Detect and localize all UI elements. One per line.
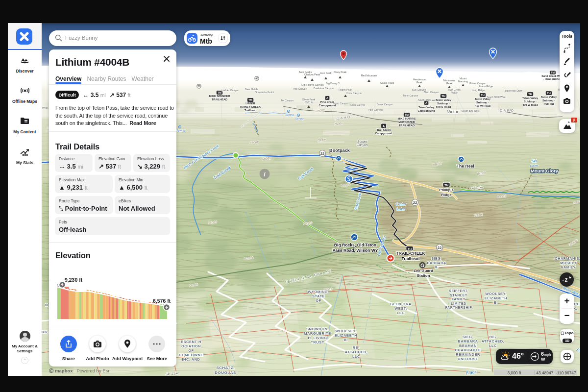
svg-text:Spring: Spring <box>295 117 304 120</box>
svg-text:LLC: LLC <box>352 354 360 359</box>
svg-text:SNOWDON,: SNOWDON, <box>306 327 329 331</box>
svg-text:7400ft: 7400ft <box>303 221 313 225</box>
svg-text:REMAINDER: REMAINDER <box>456 352 480 357</box>
svg-text:WYOMING,: WYOMING, <box>308 290 329 294</box>
svg-text:Lee Guard: Lee Guard <box>414 269 433 273</box>
svg-text:Red Mountain: Red Mountain <box>361 74 377 77</box>
svg-text:TH: TH <box>481 94 484 97</box>
svg-text:LLC: LLC <box>489 343 497 348</box>
svg-text:C: C <box>57 283 60 288</box>
svg-text:BARBARA: BARBARA <box>427 261 446 265</box>
svg-text:WOOLSEY,: WOOLSEY, <box>335 329 357 333</box>
svg-text:Spring: Spring <box>285 113 294 116</box>
svg-text:26: 26 <box>197 85 200 88</box>
svg-text:Subloop -: Subloop - <box>524 100 537 103</box>
svg-text:DOUGLAS: DOUGLAS <box>215 370 236 375</box>
svg-text:A: A <box>326 97 328 99</box>
svg-text:H. LIVING: H. LIVING <box>308 336 327 340</box>
svg-text:Campground: Campground <box>418 109 435 112</box>
svg-text:SEIFFERT,: SEIFFERT, <box>449 289 468 293</box>
svg-text:410 W Road: 410 W Road <box>475 104 490 107</box>
svg-text:TM: TM <box>405 113 409 116</box>
svg-text:UPPER: UPPER <box>245 102 255 105</box>
svg-text:Pass Road, Wilson WY: Pass Road, Wilson WY <box>332 248 378 253</box>
svg-text:BEAMAN: BEAMAN <box>459 343 477 348</box>
svg-text:Big Burny Cr: Big Burny Cr <box>326 82 341 85</box>
svg-text:Ski: Ski <box>532 159 537 163</box>
svg-text:22: 22 <box>320 151 325 156</box>
svg-text:Subloop -: Subloop - <box>437 102 450 105</box>
svg-text:N: N <box>45 303 48 307</box>
svg-text:South 500 West: South 500 West <box>462 109 480 112</box>
svg-text:Victor: Victor <box>447 109 459 114</box>
svg-text:Trailhead: Trailhead <box>402 256 420 261</box>
svg-text:STANLEY: STANLEY <box>450 294 467 297</box>
svg-text:TRUST: TRUST <box>311 340 324 344</box>
svg-text:PARTNERSHIP: PARTNERSHIP <box>445 306 472 309</box>
svg-text:Lake: Lake <box>530 163 538 168</box>
svg-text:Butternick Draw: Butternick Draw <box>505 89 523 92</box>
svg-text:Idaho Ridge: Idaho Ridge <box>479 85 493 88</box>
svg-text:Snowslide Gulch: Snowslide Gulch <box>255 91 274 94</box>
svg-text:Long Ridge: Long Ridge <box>472 89 485 92</box>
svg-text:Little Burns Canyon: Little Burns Canyon <box>301 83 323 86</box>
svg-text:Pole Canyon: Pole Canyon <box>368 108 383 111</box>
svg-text:Station: Station <box>416 273 430 278</box>
svg-text:46: 46 <box>255 77 258 80</box>
svg-text:RK,: RK, <box>42 330 49 334</box>
svg-text:FAMILY: FAMILY <box>452 297 466 301</box>
svg-text:Ladder Canyon: Ladder Canyon <box>221 89 239 92</box>
svg-text:Coalmine Canyon: Coalmine Canyon <box>313 87 333 90</box>
svg-text:WEST,: WEST, <box>394 306 407 311</box>
svg-text:Teton valley: Teton valley <box>436 98 452 101</box>
svg-text:Ridge: Ridge <box>451 91 458 94</box>
svg-text:Castle Rock: Castle Rock <box>380 81 394 84</box>
svg-text:TM: TM <box>248 98 252 101</box>
svg-text:Teton Valley: Teton Valley <box>522 97 539 99</box>
svg-text:8581 ft: 8581 ft <box>305 101 313 104</box>
svg-text:Crater: Crater <box>395 202 407 206</box>
svg-text:Mine Canyon: Mine Canyon <box>403 94 418 97</box>
svg-text:STATE: STATE <box>312 294 325 298</box>
svg-text:Tie Canyon: Tie Canyon <box>281 99 294 102</box>
svg-text:Allen Canyon: Allen Canyon <box>350 103 366 106</box>
svg-text:Pull-out: Pull-out <box>544 102 554 105</box>
svg-text:Trailhead: Trailhead <box>245 109 257 112</box>
svg-text:Campground: Campground <box>319 104 336 107</box>
svg-text:Rocky Peak: Rocky Peak <box>339 88 352 91</box>
svg-text:Peak: Peak <box>446 82 452 85</box>
svg-text:z: z <box>563 275 568 283</box>
svg-text:Mount Glory: Mount Glory <box>531 168 559 173</box>
svg-text:RE-: RE- <box>490 335 496 339</box>
svg-text:IDAHO: IDAHO <box>498 109 515 112</box>
svg-text:Teton Valley: Teton Valley <box>418 106 435 109</box>
svg-text:ELIZABETH: ELIZABETH <box>335 333 358 338</box>
svg-text:Canyon: Canyon <box>357 143 368 147</box>
svg-text:BARBARA: BARBARA <box>458 339 478 343</box>
svg-text:ATTACHED,: ATTACHED, <box>345 350 368 354</box>
svg-text:MIKE SPENCER: MIKE SPENCER <box>209 95 230 98</box>
svg-text:Big Rocks, Old Teton: Big Rocks, Old Teton <box>334 243 376 247</box>
svg-text:WOOLSEY,: WOOLSEY, <box>485 292 507 296</box>
svg-text:TH: TH <box>444 184 448 187</box>
svg-text:TH: TH <box>547 92 550 95</box>
svg-text:MOTORIZED: MOTORIZED <box>398 121 415 123</box>
svg-text:ATTACHED,: ATTACHED, <box>482 339 505 343</box>
svg-text:INC. AND: INC. AND <box>182 357 200 362</box>
svg-text:MARGUERITE: MARGUERITE <box>304 331 331 336</box>
svg-text:A: A <box>425 101 427 104</box>
svg-text:Piney Peak: Piney Peak <box>334 71 347 74</box>
svg-text:Blind Canyon: Blind Canyon <box>424 91 439 94</box>
svg-text:HOMEOWNE: HOMEOWNE <box>179 353 203 357</box>
svg-text:A: A <box>383 124 385 128</box>
svg-text:RAINEY CREEK: RAINEY CREEK <box>240 105 261 108</box>
svg-text:TRAIL-CREEK: TRAIL-CREEK <box>396 251 425 256</box>
svg-text:Lion Peak: Lion Peak <box>320 72 331 74</box>
svg-text:B.: B. <box>494 300 498 305</box>
svg-text:LLC: LLC <box>397 311 405 315</box>
svg-text:TRAILHEAD: TRAILHEAD <box>399 124 415 127</box>
svg-text:TH: TH <box>408 247 412 250</box>
svg-text:Manning: Manning <box>458 80 468 83</box>
svg-text:Teton Valley: Teton Valley <box>475 98 491 100</box>
svg-text:OF: OF <box>188 348 194 353</box>
